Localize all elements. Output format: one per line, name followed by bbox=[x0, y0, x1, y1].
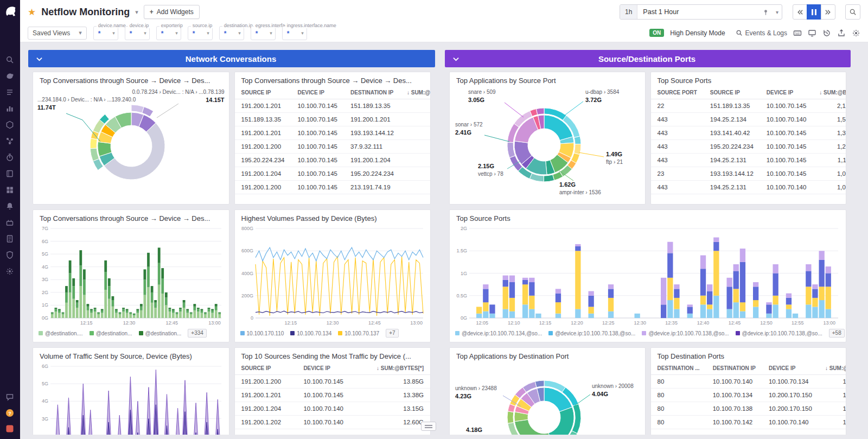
conversations-sunburst-chart[interactable]: 0.0.78.234 › Devic... : N/A › ...0.78.13… bbox=[36, 87, 226, 204]
tv-mode-icon[interactable] bbox=[808, 29, 816, 37]
table-row[interactable]: 443194.25.2.13110.100.70.1451,116.34M bbox=[651, 154, 846, 167]
events-logs-button[interactable]: Events & Logs bbox=[736, 29, 787, 37]
add-widgets-button[interactable]: + Add Widgets bbox=[144, 5, 200, 19]
table-row[interactable]: 191.200.1.20410.100.70.14013.15G bbox=[235, 402, 431, 416]
legend-item[interactable]: @device.ip:10.100.70.138,@so... bbox=[548, 330, 635, 336]
integrations-icon[interactable] bbox=[5, 218, 15, 227]
column-header[interactable]: SOURCE PORT bbox=[651, 86, 704, 99]
table-row[interactable]: 191.200.1.20010.100.70.145213.191.74.191… bbox=[235, 181, 431, 194]
favorite-star-icon[interactable]: ★ bbox=[28, 7, 36, 18]
column-header[interactable]: ↓ SUM:@BYT... bbox=[819, 362, 846, 375]
collapse-chevron-icon[interactable] bbox=[452, 56, 459, 62]
keyboard-shortcuts-icon[interactable] bbox=[793, 29, 802, 37]
dashboards-icon[interactable] bbox=[5, 186, 15, 195]
logs-icon[interactable] bbox=[5, 234, 15, 244]
widget-title[interactable]: Top Conversations through Source → Devic… bbox=[33, 72, 229, 86]
zoom-search-button[interactable] bbox=[845, 4, 860, 20]
source-ports-table[interactable]: SOURCE PORTSOURCE IPDEVICE IP↓ SUM:@BYTE… bbox=[651, 86, 846, 204]
filter-device.name[interactable]: device.name*▾ bbox=[93, 26, 118, 40]
filter-ingress.interface.name[interactable]: ingress.interface.name*▾ bbox=[282, 26, 307, 40]
column-header[interactable]: DEVICE IP bbox=[291, 86, 344, 99]
table-row[interactable]: 191.200.1.20010.100.70.14537.9.32.1111.9… bbox=[235, 140, 431, 154]
datadog-logo[interactable] bbox=[4, 4, 17, 20]
monitors-icon[interactable] bbox=[5, 202, 15, 211]
conversations-table[interactable]: SOURCE IPDEVICE IPDESTINATION IP↓ SUM:@B… bbox=[235, 86, 431, 204]
time-caret-icon[interactable]: ▾ bbox=[776, 9, 778, 15]
table-row[interactable]: 191.200.1.20210.100.70.14012.60G bbox=[235, 416, 431, 429]
table-row[interactable]: 23193.193.144.1210.100.70.1451,098.57M bbox=[651, 167, 846, 181]
source-ports-bar-chart[interactable]: 0G0.5G1G1.5G2G12:0512:1012:1512:2012:251… bbox=[453, 225, 843, 327]
table-row[interactable]: 8010.100.70.13410.200.170.15015.25G bbox=[651, 389, 846, 402]
pin-icon[interactable] bbox=[762, 9, 769, 16]
volumes-line-chart[interactable]: 0200G400G600G800G12:1512:3012:4513:00 bbox=[238, 225, 427, 327]
destination-ports-table[interactable]: DESTINATION ...DESTINATION IPDEVICE IP↓ … bbox=[651, 362, 846, 435]
filter-destination.ip[interactable]: destination.ip*▾ bbox=[219, 26, 244, 40]
pause-button[interactable] bbox=[807, 4, 821, 20]
legend-item[interactable]: @device.ip:10.100.70.138,@so... bbox=[642, 330, 729, 336]
widget-title[interactable]: Top 10 Sources Sending the Most Traffic … bbox=[235, 348, 431, 362]
widget-title[interactable]: Top Conversations through Source → Devic… bbox=[235, 72, 431, 86]
table-row[interactable]: 22151.189.13.3510.100.70.1452,164.82M bbox=[651, 99, 846, 113]
gear-icon[interactable] bbox=[852, 29, 860, 37]
widget-title[interactable]: Top Conversations through Source → Devic… bbox=[33, 210, 229, 224]
top-sources-table[interactable]: SOURCE IPDEVICE IP↓ SUM:@BYTES[*]191.200… bbox=[235, 362, 431, 435]
events-icon[interactable] bbox=[5, 88, 15, 97]
network-icon[interactable] bbox=[5, 137, 15, 146]
watchdog-icon[interactable] bbox=[5, 72, 15, 81]
column-header[interactable]: SOURCE IP bbox=[704, 86, 760, 99]
legend-more[interactable]: +7 bbox=[386, 329, 398, 338]
table-row[interactable]: 191.200.1.20110.100.70.145193.193.144.12… bbox=[235, 126, 431, 140]
filter-exporterip[interactable]: exporterip*▾ bbox=[156, 26, 181, 40]
column-header[interactable]: DEVICE IP bbox=[762, 362, 819, 375]
legend-item[interactable]: @destination... bbox=[139, 330, 182, 336]
table-row[interactable]: 191.200.1.20110.100.70.14513.38G bbox=[235, 389, 431, 402]
export-icon[interactable] bbox=[837, 29, 846, 37]
settings-icon[interactable] bbox=[5, 267, 15, 276]
bits-icon[interactable] bbox=[5, 424, 15, 434]
group-header-source-destination-ports[interactable]: Source/Destination Ports bbox=[445, 50, 851, 67]
destination-port-donut-chart[interactable]: unknown › 234884.23Gunknown › 200084.04G… bbox=[453, 363, 642, 435]
column-header[interactable]: SOURCE IP bbox=[235, 86, 291, 99]
density-toggle[interactable]: ON bbox=[649, 29, 664, 37]
help-icon[interactable]: ? bbox=[5, 409, 15, 418]
column-header[interactable]: DESTINATION IP bbox=[344, 86, 400, 99]
filter-device.ip[interactable]: device.ip*▾ bbox=[125, 26, 150, 40]
table-row[interactable]: 191.200.1.20410.100.70.145195.20.224.234… bbox=[235, 167, 431, 181]
widget-title[interactable]: Top Destination Ports bbox=[651, 348, 846, 362]
table-row[interactable]: 8010.100.70.14210.100.70.14015.24G bbox=[651, 416, 846, 429]
table-row[interactable]: 443193.141.40.4210.100.70.1451,309.95M bbox=[651, 126, 846, 140]
legend-item[interactable]: @destination.... bbox=[39, 330, 83, 336]
group-header-network-conversations[interactable]: Network Conversations bbox=[28, 50, 435, 67]
chat-icon[interactable] bbox=[5, 393, 15, 402]
search-icon[interactable] bbox=[5, 55, 15, 65]
apm-icon[interactable] bbox=[5, 153, 15, 162]
column-header[interactable]: DESTINATION ... bbox=[651, 362, 706, 375]
legend-more[interactable]: +58 bbox=[829, 329, 845, 338]
legend-item[interactable]: @destination... bbox=[90, 330, 132, 336]
legend-item[interactable]: 10.100.170.110 bbox=[240, 330, 284, 336]
saved-views-dropdown[interactable]: Saved Views ▾ bbox=[28, 27, 87, 40]
history-icon[interactable] bbox=[822, 29, 831, 37]
table-row[interactable]: 443194.25.2.13110.100.70.1401,056.82M bbox=[651, 181, 846, 194]
collapse-chevron-icon[interactable] bbox=[36, 56, 43, 62]
legend-item[interactable]: 10.100.70.134 bbox=[290, 330, 331, 336]
widget-title[interactable]: Top Source Ports bbox=[450, 210, 846, 224]
drag-handle[interactable] bbox=[421, 422, 436, 431]
infrastructure-icon[interactable] bbox=[5, 120, 15, 130]
column-header[interactable]: DEVICE IP bbox=[297, 362, 359, 375]
widget-title[interactable]: Volume of Traffic Sent by Source, Device… bbox=[33, 348, 229, 362]
legend-item[interactable]: 10.100.70.137 bbox=[338, 330, 379, 336]
metrics-icon[interactable] bbox=[5, 104, 15, 113]
table-row[interactable]: 191.200.1.20010.100.70.14513.85G bbox=[235, 375, 431, 389]
forward-button[interactable] bbox=[821, 4, 835, 20]
table-row[interactable]: 8010.100.70.14010.100.70.13415.27G bbox=[651, 375, 846, 389]
security-icon[interactable] bbox=[5, 251, 15, 260]
widget-title[interactable]: Highest Volumes Passed by Device (Bytes) bbox=[235, 210, 431, 224]
column-header[interactable]: ↓ SUM:@BYTES[*] bbox=[813, 86, 846, 99]
table-row[interactable]: 195.20.224.23410.100.70.145191.200.1.204… bbox=[235, 154, 431, 167]
time-range-picker[interactable]: 1h Past 1 Hour ▾ bbox=[620, 4, 782, 20]
filter-source.ip[interactable]: source.ip*▾ bbox=[188, 26, 213, 40]
legend-item[interactable]: @device.ip:10.100.70.134,@so... bbox=[455, 330, 542, 336]
rewind-button[interactable] bbox=[793, 4, 807, 20]
filter-egress.interface.name[interactable]: egress.interface.name*▾ bbox=[251, 26, 276, 40]
